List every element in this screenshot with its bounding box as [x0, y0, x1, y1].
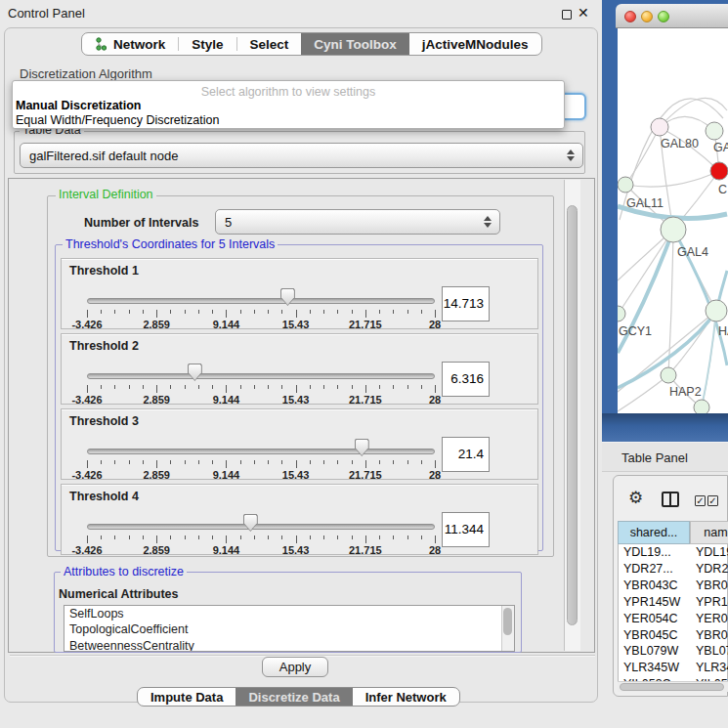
node-label: GAL4 — [677, 245, 708, 259]
slider-tick-label: 2.859 — [143, 469, 170, 481]
cell-name: YDL19 — [696, 545, 728, 559]
tab-style[interactable]: Style — [179, 33, 236, 55]
list-item[interactable]: BetweennessCentrality — [64, 638, 514, 652]
table-row[interactable]: YDR27...YDR27 — [618, 562, 728, 578]
float-window-icon[interactable] — [562, 10, 572, 20]
bottom-node[interactable] — [694, 400, 709, 413]
table-row[interactable]: YPR145WYPR145W — [618, 595, 728, 612]
checkbox-icon[interactable]: ✓ — [695, 495, 706, 506]
slider-tick — [393, 535, 394, 539]
slider-tick — [365, 385, 366, 393]
minimize-traffic-light-icon[interactable] — [641, 11, 653, 22]
table-row[interactable]: YER054CYER054C — [618, 612, 728, 628]
slider-tick — [212, 460, 213, 464]
tab-jactivemnodules[interactable]: jActiveMNodules — [409, 33, 541, 55]
tab-network[interactable]: Network — [82, 33, 178, 55]
gear-icon[interactable]: ⚙ — [628, 488, 643, 508]
slider-tick-label: 9.144 — [213, 319, 240, 330]
slider-tick — [281, 310, 282, 314]
threshold-value-field[interactable]: 14.713 — [442, 286, 490, 321]
cell-shared-name: YLR345W — [623, 661, 679, 674]
slider-tick-label: -3.426 — [71, 469, 102, 481]
slider-tick — [240, 460, 241, 464]
slider-tick — [156, 535, 157, 543]
cell-shared-name: YBR045C — [623, 628, 678, 642]
tab-impute-data[interactable]: Impute Data — [138, 688, 236, 706]
threshold-value-field[interactable]: 11.344 — [442, 512, 490, 547]
slider-tick-label: -3.426 — [71, 319, 102, 330]
slider-tick — [185, 535, 186, 539]
slider-tick — [379, 385, 380, 389]
threshold-slider-track[interactable] — [87, 298, 435, 304]
slider-tick — [129, 385, 130, 389]
slider-tick-label: 9.144 — [213, 544, 240, 556]
table-row[interactable]: YBR043CYBR043C — [618, 578, 728, 595]
slider-tick — [421, 310, 422, 314]
close-icon[interactable]: ✕ — [578, 5, 589, 21]
list-item[interactable]: TopologicalCoefficient — [64, 621, 514, 637]
GCY1-node[interactable] — [618, 306, 625, 321]
red-node[interactable] — [710, 162, 728, 180]
attributes-list-scrollbar-thumb[interactable] — [503, 608, 512, 635]
slider-tick — [143, 535, 144, 539]
close-traffic-light-icon[interactable] — [624, 11, 636, 22]
slider-tick — [101, 310, 102, 314]
settings-scrollbar-thumb[interactable] — [567, 205, 578, 625]
slider-tick — [365, 460, 366, 468]
threshold-slider-thumb[interactable] — [188, 364, 202, 381]
list-item[interactable]: SelfLoops — [64, 606, 514, 621]
cell-shared-name: YER054C — [623, 612, 678, 625]
number-of-intervals-combobox[interactable]: 5 — [215, 209, 500, 235]
network-window-titlebar[interactable] — [616, 4, 728, 28]
slider-tick — [268, 460, 269, 464]
column-header-shared-name[interactable]: shared... — [618, 521, 690, 544]
tab-cyni-toolbox[interactable]: Cyni Toolbox — [301, 33, 409, 55]
slider-tick — [156, 385, 157, 393]
columns-icon[interactable] — [662, 492, 679, 507]
apply-button[interactable]: Apply — [262, 657, 328, 677]
tab-select[interactable]: Select — [237, 33, 302, 55]
threshold-slider-thumb[interactable] — [243, 514, 258, 532]
threshold-slider-track[interactable] — [87, 373, 435, 379]
zoom-traffic-light-icon[interactable] — [658, 11, 669, 22]
GAL4-node[interactable] — [661, 217, 686, 242]
slider-tick — [296, 385, 297, 393]
threshold-slider-thumb[interactable] — [355, 439, 369, 456]
threshold-value-field[interactable]: 21.4 — [442, 437, 490, 472]
slider-tick — [254, 310, 255, 314]
slider-tick — [268, 310, 269, 314]
table-row[interactable]: YLR345WYLR345W — [618, 661, 728, 677]
network-graph: GAL80GACGAL11GAL4GCY1HAHAP2 — [618, 28, 728, 413]
threshold-slider-track[interactable] — [87, 449, 435, 454]
right-node[interactable] — [706, 300, 727, 321]
table-data-combobox[interactable]: galFiltered.sif default node — [20, 143, 583, 168]
slider-tick — [296, 460, 297, 468]
table-row[interactable]: YBR045CYBR045C — [618, 628, 728, 645]
popup-item-equal-width[interactable]: Equal Width/Frequency Discretization — [16, 113, 219, 127]
slider-tick — [101, 385, 102, 389]
tab-infer-network[interactable]: Infer Network — [353, 688, 459, 706]
slider-tick — [281, 385, 282, 389]
threshold-slider-thumb[interactable] — [280, 288, 295, 306]
table-scrollbar-thumb[interactable] — [620, 683, 724, 691]
slider-tick — [240, 385, 241, 389]
slider-tick-label: 2.859 — [143, 319, 170, 330]
HAP2-node[interactable] — [661, 367, 676, 383]
tab-discretize-data[interactable]: Discretize Data — [236, 688, 352, 706]
table-row[interactable]: YDL19...YDL19 — [618, 545, 728, 562]
popup-item-manual[interactable]: Manual Discretization — [16, 99, 142, 112]
table-row[interactable]: YBL079WYBL079W — [618, 644, 728, 661]
slider-tick-label: 28 — [429, 469, 441, 481]
GAL80-node[interactable] — [651, 118, 668, 136]
slider-tick — [226, 385, 227, 393]
numerical-attributes-list[interactable]: SelfLoopsTopologicalCoefficientBetweenne… — [64, 605, 515, 652]
network-view-canvas[interactable]: GAL80GACGAL11GAL4GCY1HAHAP2 — [618, 28, 728, 413]
tab-label: Style — [192, 37, 223, 52]
top-right-node[interactable] — [706, 122, 723, 140]
checkbox-icon[interactable]: ✓ — [707, 495, 718, 506]
slider-tick-label: 21.715 — [349, 544, 382, 556]
GAL11-node[interactable] — [618, 177, 633, 193]
threshold-slider-track[interactable] — [87, 524, 435, 530]
column-header-name[interactable]: name — [690, 521, 728, 544]
threshold-value-field[interactable]: 6.316 — [442, 362, 490, 397]
